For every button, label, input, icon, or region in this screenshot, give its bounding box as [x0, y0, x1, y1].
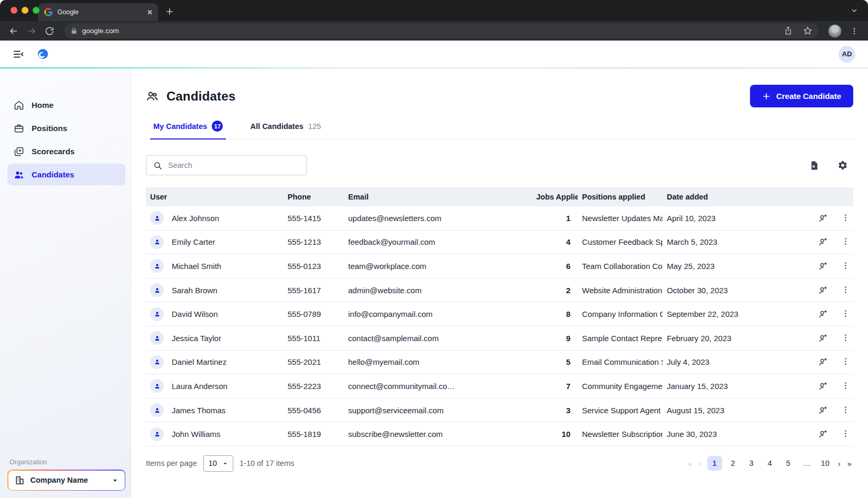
page-button-10[interactable]: 10 — [818, 456, 833, 471]
assign-person-add-icon[interactable] — [818, 309, 828, 319]
new-tab-button[interactable] — [164, 6, 175, 17]
people-icon — [14, 170, 24, 180]
row-menu-kebab-icon[interactable] — [841, 237, 850, 247]
candidate-position: Service Support Agent — [578, 406, 663, 415]
window-zoom-button[interactable] — [33, 7, 40, 14]
table-row[interactable]: David Wilson 555-0789 info@companymail.c… — [146, 302, 853, 326]
window-close-button[interactable] — [11, 7, 17, 14]
sidebar-toggle-icon[interactable] — [13, 48, 24, 60]
page-button-…[interactable]: … — [800, 456, 814, 471]
candidate-avatar-icon — [150, 331, 164, 345]
candidate-date-added: September 22, 2023 — [663, 310, 814, 318]
sidebar: Home Positions Scorecards Candidates Org… — [0, 68, 131, 498]
row-menu-kebab-icon[interactable] — [841, 309, 850, 319]
candidate-position: Newsletter Subscription… — [578, 430, 663, 439]
table-row[interactable]: Michael Smith 555-0123 team@workplace.co… — [146, 254, 853, 278]
table-row[interactable]: Jessica Taylor 555-1011 contact@samplema… — [146, 326, 853, 351]
next-page-button[interactable]: › — [836, 459, 842, 468]
assign-person-add-icon[interactable] — [818, 381, 828, 391]
table-row[interactable]: Laura Anderson 555-2223 connect@communit… — [146, 374, 853, 399]
browser-tab[interactable]: Google ✕ — [38, 3, 158, 21]
plus-icon — [762, 92, 771, 101]
candidate-position: Website Administration O… — [578, 286, 663, 295]
table-row[interactable]: James Thomas 555-0456 support@serviceema… — [146, 399, 853, 423]
page-button-2[interactable]: 2 — [726, 456, 741, 471]
row-menu-kebab-icon[interactable] — [841, 261, 850, 271]
tab-close-icon[interactable]: ✕ — [147, 8, 153, 16]
sidebar-item-label: Positions — [32, 124, 67, 133]
assign-person-add-icon[interactable] — [818, 333, 828, 343]
sidebar-item-candidates[interactable]: Candidates — [7, 164, 125, 185]
last-page-button[interactable]: » — [846, 459, 853, 468]
candidate-avatar-icon — [150, 307, 164, 321]
items-per-page-label: Items per page — [146, 459, 197, 467]
tab-all-candidates[interactable]: All Candidates 125 — [247, 121, 324, 139]
first-page-button[interactable]: « — [686, 459, 694, 468]
sidebar-item-scorecards[interactable]: Scorecards — [7, 141, 125, 162]
candidate-email: admin@website.com — [344, 286, 532, 295]
row-menu-kebab-icon[interactable] — [841, 285, 850, 295]
assign-person-add-icon[interactable] — [818, 285, 828, 295]
candidate-email: support@serviceemail.com — [344, 406, 532, 415]
sidebar-item-positions[interactable]: Positions — [7, 117, 125, 139]
sidebar-item-label: Home — [32, 101, 54, 109]
app-logo[interactable] — [37, 48, 49, 60]
page-button-4[interactable]: 4 — [763, 456, 777, 471]
user-avatar[interactable]: AD — [839, 46, 855, 63]
tab-my-candidates[interactable]: My Candidates 17 — [150, 121, 226, 140]
row-menu-kebab-icon[interactable] — [841, 381, 850, 391]
tab-title: Google — [57, 8, 142, 16]
export-document-icon[interactable] — [809, 161, 819, 171]
bookmark-star-icon[interactable] — [803, 26, 812, 35]
back-button[interactable] — [6, 24, 21, 38]
table-row[interactable]: Emily Carter 555-1213 feedback@yourmail.… — [146, 231, 853, 255]
assign-person-add-icon[interactable] — [818, 261, 828, 271]
address-bar[interactable]: google.com — [64, 23, 818, 38]
prev-page-button[interactable]: ‹ — [698, 459, 704, 468]
row-menu-kebab-icon[interactable] — [841, 405, 850, 415]
table-row[interactable]: Daniel Martinez 555-2021 hello@myemail.c… — [146, 351, 853, 375]
browser-menu-icon[interactable] — [847, 24, 862, 38]
create-candidate-button[interactable]: Create Candidate — [750, 85, 853, 107]
candidate-jobs-applied: 3 — [532, 406, 578, 415]
candidate-name: Daniel Martinez — [172, 357, 226, 366]
share-icon[interactable] — [784, 26, 793, 35]
row-menu-kebab-icon[interactable] — [841, 213, 850, 223]
candidate-email: team@workplace.com — [344, 262, 532, 271]
table-settings-gear-icon[interactable] — [837, 160, 848, 171]
candidate-name: Alex Johnson — [172, 214, 219, 223]
row-menu-kebab-icon[interactable] — [841, 429, 850, 439]
page-button-1[interactable]: 1 — [707, 456, 722, 471]
assign-person-add-icon[interactable] — [818, 429, 828, 439]
organization-selector[interactable]: Company Name — [7, 470, 125, 491]
row-menu-kebab-icon[interactable] — [841, 333, 850, 343]
page-button-3[interactable]: 3 — [744, 456, 759, 471]
assign-person-add-icon[interactable] — [818, 237, 828, 247]
candidate-date-added: June 30, 2023 — [663, 430, 814, 439]
candidate-name: Jessica Taylor — [172, 334, 221, 343]
tab-overview-chevron-icon[interactable] — [850, 6, 859, 15]
candidate-jobs-applied: 10 — [532, 430, 578, 439]
window-controls — [11, 7, 40, 14]
forward-button[interactable] — [24, 24, 39, 38]
browser-profile-avatar[interactable] — [828, 24, 842, 38]
candidate-phone: 555-1415 — [283, 214, 344, 223]
main-content: Candidates Create Candidate My Candidate… — [131, 68, 868, 498]
candidate-jobs-applied: 1 — [532, 214, 578, 223]
candidate-position: Community Engagement… — [578, 382, 663, 391]
search-input[interactable] — [168, 161, 300, 170]
table-row[interactable]: Sarah Brown 555-1617 admin@website.com 2… — [146, 278, 853, 303]
sidebar-item-home[interactable]: Home — [7, 94, 125, 116]
page-button-5[interactable]: 5 — [781, 456, 796, 471]
table-row[interactable]: Alex Johnson 555-1415 updates@newsletter… — [146, 206, 853, 231]
candidate-date-added: July 4, 2023 — [663, 357, 814, 366]
window-minimize-button[interactable] — [22, 7, 28, 14]
assign-person-add-icon[interactable] — [818, 213, 828, 223]
table-row[interactable]: John Williams 555-1819 subscribe@newslet… — [146, 422, 853, 446]
candidate-name: Sarah Brown — [172, 286, 218, 295]
row-menu-kebab-icon[interactable] — [841, 357, 850, 367]
items-per-page-select[interactable]: 10 — [203, 455, 233, 472]
assign-person-add-icon[interactable] — [818, 357, 828, 367]
reload-button[interactable] — [42, 24, 57, 38]
assign-person-add-icon[interactable] — [818, 405, 828, 415]
